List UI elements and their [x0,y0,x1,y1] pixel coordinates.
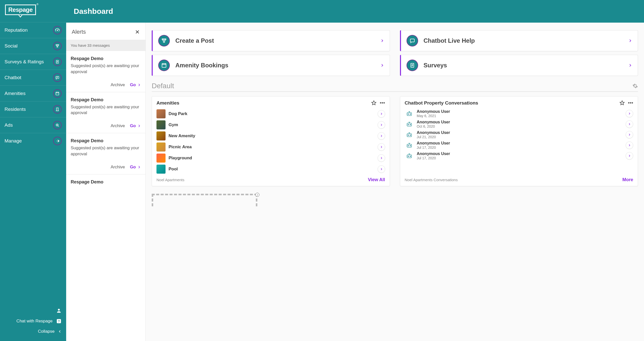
nav-label: Ads [5,122,13,128]
svg-point-0 [57,30,58,31]
conv-date: Oct 6, 2020 [417,124,623,128]
alerts-list: Respage Demo Suggested post(s) are await… [66,51,145,341]
quick-create-post[interactable]: Create a Post [152,30,390,51]
gear-icon [53,137,62,145]
sidebar-item-ads[interactable]: Ads [0,117,66,133]
conversation-row[interactable]: Anonymous UserJul 21, 2020 [405,129,633,140]
chat-icon [407,35,418,46]
sidebar-item-social[interactable]: Social [0,38,66,54]
chevron-right-icon[interactable] [378,165,385,173]
more-icon[interactable]: ••• [380,100,385,106]
conv-name: Anonymous User [417,130,623,135]
amenity-name: Picnic Area [169,144,375,150]
sidebar-item-reputation[interactable]: Reputation [0,22,66,38]
robot-icon [405,152,414,159]
chevron-right-icon[interactable] [626,110,633,117]
chevron-right-icon[interactable] [626,141,633,149]
view-all-button[interactable]: View All [368,177,385,182]
robot-icon [405,121,414,128]
clipboard-icon [407,60,418,71]
alert-title: Respage Demo [71,179,141,185]
user-icon-row[interactable] [5,305,62,316]
archive-button[interactable]: Archive [111,165,125,170]
chat-with-respage[interactable]: Chat with Respage ? [5,316,62,326]
chevron-right-icon[interactable] [378,143,385,151]
svg-rect-21 [407,113,412,116]
amenity-row[interactable]: Gym [156,119,385,130]
amenity-row[interactable]: Dog Park [156,108,385,119]
svg-point-15 [165,39,166,40]
svg-point-23 [410,114,411,115]
conv-name: Anonymous User [417,109,623,114]
quick-chatbot-help[interactable]: Chatbot Live Help [400,30,638,51]
sidebar-item-surveys[interactable]: Surveys & Ratings [0,54,66,70]
go-button[interactable]: Go [130,82,141,87]
svg-text:?: ? [58,319,60,323]
sidebar-bottom: Chat with Respage ? Collapse [0,303,66,341]
more-icon[interactable]: ••• [628,100,633,106]
collapse-sidebar[interactable]: Collapse [5,326,62,336]
settings-icon[interactable] [632,83,638,89]
amenity-row[interactable]: Playground [156,153,385,164]
amenity-row[interactable]: Picnic Area [156,141,385,153]
quick-label: Surveys [424,62,623,69]
chevron-right-icon [137,83,141,87]
close-icon[interactable] [135,29,140,34]
widget-title: Amenities [156,100,368,106]
add-widget-placeholder[interactable]: i [152,194,257,206]
svg-rect-33 [407,155,412,158]
logo[interactable]: Respage ® [0,0,66,22]
svg-point-29 [410,135,411,136]
chevron-right-icon[interactable] [378,110,385,118]
chevron-right-icon[interactable] [378,121,385,129]
archive-button[interactable]: Archive [111,123,125,128]
conversation-row[interactable]: Anonymous UserJul 17, 2020 [405,151,633,161]
go-button[interactable]: Go [130,123,141,128]
alert-body: Suggested post(s) are awaiting your appr… [71,145,141,157]
sidebar-item-amenities[interactable]: Amenities [0,85,66,101]
info-icon[interactable]: i [255,193,259,197]
conv-name: Anonymous User [417,141,623,145]
sidebar-item-residents[interactable]: Residents [0,101,66,117]
quick-label: Create a Post [175,37,375,44]
amenity-row[interactable]: Pool [156,164,385,175]
section-header: Default [152,82,638,92]
chevron-right-icon[interactable] [626,131,633,138]
star-icon[interactable] [619,100,625,106]
help-icon: ? [56,318,62,324]
quick-surveys[interactable]: Surveys [400,55,638,76]
chat-icon [53,73,62,82]
sidebar-item-manage[interactable]: Manage [0,133,66,149]
quick-amenity-bookings[interactable]: Amenity Bookings [152,55,390,76]
conversation-row[interactable]: Anonymous UserMay 6, 2021 [405,108,633,119]
nav-label: Manage [5,138,22,144]
svg-rect-8 [56,108,58,111]
network-icon [158,35,170,46]
conv-date: May 6, 2021 [417,114,623,118]
svg-point-26 [410,124,411,125]
conv-name: Anonymous User [417,152,623,156]
conversations-widget: Chatbot Property Conversations ••• Anony… [400,96,638,186]
target-icon [53,121,62,129]
amenity-thumb [156,142,166,152]
conversation-row[interactable]: Anonymous UserJul 17, 2020 [405,140,633,151]
go-button[interactable]: Go [130,165,141,170]
svg-point-35 [410,156,411,157]
amenity-row[interactable]: New Amenity [156,130,385,141]
svg-point-32 [410,145,411,146]
amenity-thumb [156,154,166,163]
chevron-right-icon[interactable] [626,152,633,160]
conversation-row[interactable]: Anonymous UserOct 6, 2020 [405,119,633,129]
alert-item: Respage Demo Suggested post(s) are await… [66,133,145,174]
sidebar-item-chatbot[interactable]: Chatbot [0,70,66,85]
archive-button[interactable]: Archive [111,82,125,87]
alert-title: Respage Demo [71,56,141,61]
chevron-right-icon [628,63,632,67]
chevron-right-icon[interactable] [378,132,385,140]
amenities-widget: Amenities ••• Dog Park Gym New Amenity P… [152,96,390,186]
star-icon[interactable] [371,100,377,106]
more-button[interactable]: More [622,177,633,182]
svg-rect-7 [56,92,59,95]
chevron-right-icon[interactable] [626,120,633,128]
chevron-right-icon[interactable] [378,154,385,162]
